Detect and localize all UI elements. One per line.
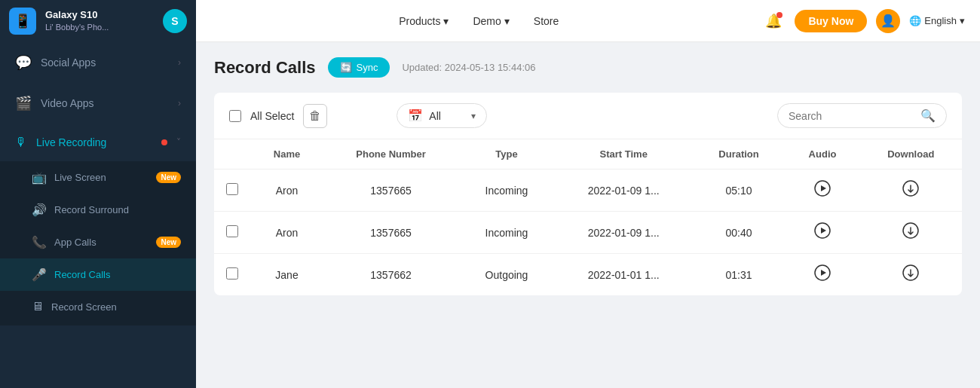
- chevron-down-icon: ▾: [960, 15, 965, 26]
- cell-phone: 1357665: [323, 212, 458, 254]
- cell-audio[interactable]: [786, 170, 860, 212]
- nav-links: Products ▾ Demo ▾ Store: [399, 15, 559, 27]
- cell-phone: 1357665: [323, 170, 458, 212]
- sidebar-item-live-screen[interactable]: 📺 Live Screen New: [0, 161, 196, 194]
- cell-audio[interactable]: [786, 212, 860, 254]
- microphone-icon: 🎙: [15, 136, 27, 149]
- device-model: Galaxy S10: [45, 9, 109, 22]
- sidebar-item-record-screen[interactable]: 🖥 Record Screen: [0, 291, 196, 322]
- sidebar-sub-label: App Calls: [54, 237, 96, 248]
- cell-start-time: 2022-01-09 1...: [555, 212, 693, 254]
- data-card: All Select 🗑 📅 All ▾ 🔍: [214, 93, 962, 295]
- filter-label: All: [429, 110, 441, 122]
- sidebar-item-record-surround[interactable]: 🔊 Record Surround: [0, 194, 196, 226]
- globe-icon: 🌐: [909, 15, 921, 26]
- page-title: Record Calls: [214, 58, 316, 78]
- sidebar-sub-label: Record Surround: [54, 204, 129, 215]
- download-button[interactable]: [902, 225, 919, 242]
- brand-area: 📱 Galaxy S10 Li' Bobby's Pho... S: [0, 0, 196, 42]
- chat-icon: 💬: [15, 54, 32, 71]
- select-all-checkbox[interactable]: [229, 110, 241, 122]
- nav-store[interactable]: Store: [534, 15, 559, 27]
- cell-name: Aron: [250, 212, 323, 254]
- col-checkbox: [214, 139, 250, 170]
- sidebar-sub-label: Record Calls: [54, 269, 110, 280]
- col-audio: Audio: [786, 139, 860, 170]
- cell-type: Incoming: [458, 212, 555, 254]
- cell-name: Jane: [250, 254, 323, 296]
- sidebar-sub-label: Live Screen: [54, 172, 106, 183]
- svg-marker-1: [821, 185, 826, 191]
- sync-label: Sync: [357, 62, 378, 73]
- buy-now-button[interactable]: Buy Now: [795, 10, 867, 32]
- col-name: Name: [250, 139, 323, 170]
- language-selector[interactable]: 🌐 English ▾: [909, 15, 965, 26]
- download-button[interactable]: [902, 183, 919, 200]
- chevron-right-icon: ›: [178, 98, 181, 108]
- sidebar-item-video-apps[interactable]: 🎬 Video Apps ›: [0, 83, 196, 124]
- chevron-right-icon: ›: [178, 57, 181, 68]
- nav-actions: 🔔 Buy Now 👤 🌐 English ▾: [761, 9, 965, 33]
- video-icon: 🎬: [15, 95, 32, 112]
- sidebar-item-social-apps[interactable]: 💬 Social Apps ›: [0, 42, 196, 83]
- row-checkbox-cell: [214, 254, 250, 296]
- live-recording-submenu: 📺 Live Screen New 🔊 Record Surround 📞 Ap…: [0, 161, 196, 325]
- sync-button[interactable]: 🔄 Sync: [328, 57, 390, 78]
- col-type: Type: [458, 139, 555, 170]
- col-phone: Phone Number: [323, 139, 458, 170]
- table-row: Aron 1357665 Incoming 2022-01-09 1... 00…: [214, 212, 962, 254]
- calls-table: Name Phone Number Type Start Time Durati…: [214, 139, 962, 295]
- row-checkbox[interactable]: [226, 183, 238, 195]
- sync-icon: 🔄: [340, 62, 352, 73]
- play-button[interactable]: [814, 183, 831, 200]
- device-info: Galaxy S10 Li' Bobby's Pho...: [45, 9, 109, 32]
- new-badge: New: [156, 172, 181, 183]
- calendar-icon: 📅: [408, 108, 423, 123]
- nav-demo[interactable]: Demo ▾: [473, 15, 509, 27]
- cell-start-time: 2022-01-01 1...: [555, 254, 693, 296]
- record-calls-icon: 🎤: [32, 267, 47, 282]
- cell-duration: 00:40: [693, 212, 786, 254]
- notification-dot: [776, 12, 782, 18]
- sidebar-item-label: Social Apps: [41, 57, 169, 69]
- row-checkbox[interactable]: [226, 225, 238, 237]
- sidebar-item-label: Video Apps: [41, 97, 169, 109]
- sync-avatar[interactable]: S: [163, 9, 187, 33]
- row-checkbox[interactable]: [226, 267, 238, 280]
- cell-download[interactable]: [860, 212, 962, 254]
- main-content: Record Calls 🔄 Sync Updated: 2024-05-13 …: [196, 42, 980, 388]
- type-filter[interactable]: 📅 All ▾: [397, 103, 487, 128]
- play-button[interactable]: [814, 267, 831, 284]
- cell-type: Incoming: [458, 170, 555, 212]
- device-name: Li' Bobby's Pho...: [45, 22, 109, 32]
- col-duration: Duration: [693, 139, 786, 170]
- cell-name: Aron: [250, 170, 323, 212]
- table-row: Aron 1357665 Incoming 2022-01-09 1... 05…: [214, 170, 962, 212]
- sidebar-item-app-calls[interactable]: 📞 App Calls New: [0, 226, 196, 258]
- search-box: 🔍: [777, 103, 947, 128]
- delete-button[interactable]: 🗑: [303, 104, 327, 128]
- user-avatar[interactable]: 👤: [876, 9, 900, 33]
- sidebar-item-record-calls[interactable]: 🎤 Record Calls: [0, 258, 196, 291]
- notification-bell[interactable]: 🔔: [761, 9, 786, 33]
- trash-icon: 🗑: [309, 109, 321, 123]
- row-checkbox-cell: [214, 212, 250, 254]
- sidebar-item-live-recording[interactable]: 🎙 Live Recording ˅: [0, 124, 196, 161]
- play-button[interactable]: [814, 225, 831, 242]
- cell-download[interactable]: [860, 254, 962, 296]
- cell-audio[interactable]: [786, 254, 860, 296]
- live-screen-icon: 📺: [32, 170, 47, 185]
- nav-products[interactable]: Products ▾: [399, 15, 449, 27]
- chevron-down-icon: ▾: [443, 15, 449, 27]
- all-select-label: All Select: [250, 110, 294, 122]
- download-button[interactable]: [902, 267, 919, 284]
- chevron-down-icon: ▾: [471, 111, 476, 121]
- new-badge: New: [156, 237, 181, 248]
- content-header: Record Calls 🔄 Sync Updated: 2024-05-13 …: [214, 57, 962, 78]
- search-icon[interactable]: 🔍: [920, 108, 936, 123]
- live-status-dot: [161, 139, 167, 145]
- cell-download[interactable]: [860, 170, 962, 212]
- sidebar: 💬 Social Apps › 🎬 Video Apps › 🎙 Live Re…: [0, 42, 196, 388]
- search-input[interactable]: [789, 110, 920, 122]
- chevron-down-icon: ▾: [504, 15, 510, 27]
